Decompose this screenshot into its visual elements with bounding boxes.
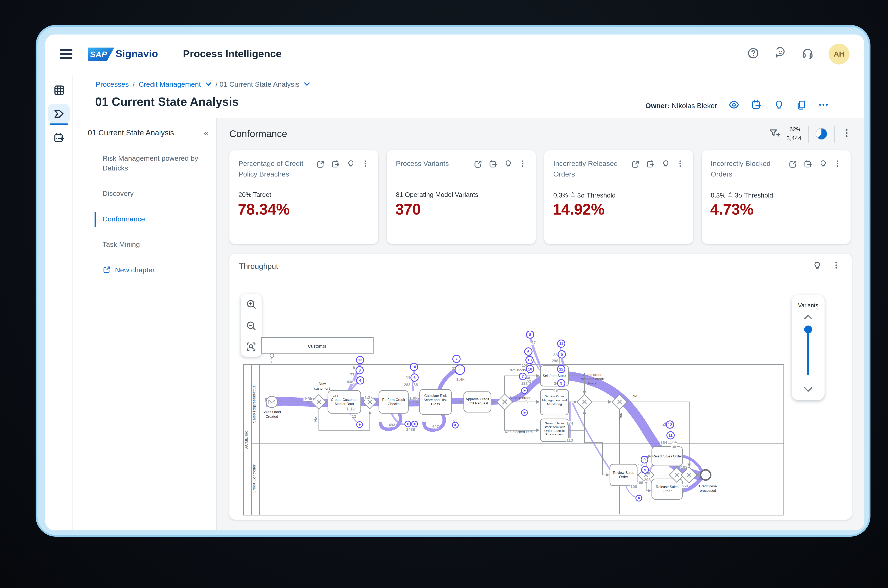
sap-signavio-logo[interactable]: SAP Signavio xyxy=(88,47,158,61)
kebab-menu-icon[interactable] xyxy=(834,160,841,170)
branch-item-stocked: Item stocked xyxy=(509,368,529,372)
variant-badge[interactable]: 4 xyxy=(359,378,361,382)
calendar-export-icon[interactable] xyxy=(751,99,762,112)
pool-customer-label: Customer xyxy=(308,344,326,348)
variants-slider[interactable] xyxy=(804,324,812,383)
lane-credit-controller-label: Credit Controller xyxy=(252,464,256,493)
export-icon[interactable] xyxy=(631,160,640,171)
nav-item-discovery[interactable]: Discovery xyxy=(102,185,209,202)
avatar[interactable]: AH xyxy=(828,44,849,64)
calendar-export-icon[interactable] xyxy=(646,160,655,171)
breadcrumb-processes[interactable]: Processes xyxy=(96,81,129,88)
kpi-card-process-variants[interactable]: Process Variants 81 Operating Model Vari… xyxy=(387,150,536,244)
main-panel: Conformance 62% 3,444 xyxy=(217,118,864,530)
breadcrumb-current: / 01 Current State Analysis xyxy=(215,81,299,88)
rail-calendar-icon[interactable] xyxy=(48,128,69,147)
chevron-down-icon[interactable] xyxy=(303,81,310,87)
export-icon[interactable] xyxy=(788,160,798,171)
nav-item-conformance[interactable]: Conformance xyxy=(102,210,209,228)
variant-badge[interactable]: 13 xyxy=(358,358,362,362)
edge-count: 48 xyxy=(553,388,558,393)
lightbulb-icon[interactable] xyxy=(819,160,828,171)
variant-badge[interactable]: 13 xyxy=(527,358,532,362)
kpi-card-incorrectly-released[interactable]: Incorrectly Released Orders 0.3% ≜ 3σ Th… xyxy=(544,150,693,244)
kebab-menu-icon[interactable] xyxy=(676,160,684,170)
new-chapter-button[interactable]: New chapter xyxy=(102,266,209,274)
nav-item-task-mining[interactable]: Task Mining xyxy=(102,236,209,253)
task-label: Approve CreditLimit Request xyxy=(466,397,489,405)
edge-count: 77 xyxy=(531,340,536,345)
variants-slider-thumb[interactable] xyxy=(804,326,812,333)
menu-icon[interactable] xyxy=(60,47,73,61)
kpi-value: 78.34% xyxy=(238,201,290,219)
variant-badge[interactable]: 9 xyxy=(560,381,562,386)
edge-count: 113 xyxy=(521,381,528,386)
variant-badge[interactable]: 8 xyxy=(529,333,531,337)
lightbulb-icon[interactable] xyxy=(347,160,355,171)
task-calculate-risk[interactable] xyxy=(419,389,451,414)
rail-grid-icon[interactable] xyxy=(48,81,69,100)
breadcrumb-credit-management[interactable]: Credit Management xyxy=(139,81,201,88)
rail-process-intelligence-icon[interactable] xyxy=(48,104,69,123)
throughput-title: Throughput xyxy=(239,262,278,271)
export-icon[interactable] xyxy=(316,160,325,171)
copy-icon[interactable] xyxy=(796,99,807,112)
edge-count: 113 xyxy=(566,438,573,442)
variant-badge[interactable]: 10 xyxy=(528,367,532,371)
nav-item-risk-management[interactable]: Risk Management powered by Datricks xyxy=(102,150,199,177)
task-label: Sales of Non-Stock Item withOrder-Specif… xyxy=(544,422,565,436)
feedback-icon[interactable] xyxy=(774,47,787,62)
variant-badge[interactable]: 7 xyxy=(455,357,457,361)
export-icon[interactable] xyxy=(473,160,482,171)
variant-badge[interactable]: 10 xyxy=(412,365,416,369)
lightbulb-icon[interactable] xyxy=(813,261,822,272)
left-rail xyxy=(45,75,73,530)
variant-badge[interactable]: 6 xyxy=(527,350,529,354)
calendar-export-icon[interactable] xyxy=(804,160,813,171)
kpi-subtitle: 20% Target xyxy=(238,191,271,198)
variant-badge[interactable]: 9 xyxy=(643,458,645,462)
lightbulb-icon[interactable] xyxy=(504,160,512,171)
variant-badge[interactable]: 5 xyxy=(561,352,563,357)
headset-icon[interactable] xyxy=(801,47,814,62)
chevron-down-icon[interactable] xyxy=(205,81,212,87)
calendar-export-icon[interactable] xyxy=(331,160,341,171)
variant-badge[interactable]: 11 xyxy=(559,341,563,346)
kpi-title: Incorrectly Blocked Orders xyxy=(711,158,788,180)
variant-badge[interactable]: 5 xyxy=(644,468,646,472)
process-diagram[interactable]: Customer ACME Inc xyxy=(243,331,786,519)
chevron-down-icon[interactable] xyxy=(804,384,813,394)
variant-badge[interactable]: 1 xyxy=(459,368,461,372)
collapse-panel-icon[interactable]: « xyxy=(204,128,209,137)
edge-count: 12 xyxy=(352,414,356,418)
breadcrumb-separator: / xyxy=(133,81,135,88)
variant-badge[interactable]: 8 xyxy=(359,368,361,372)
variant-badge[interactable]: 12 xyxy=(668,423,672,427)
more-actions-icon[interactable] xyxy=(818,99,829,112)
kebab-menu-icon[interactable] xyxy=(832,261,840,272)
edge-count: 174 xyxy=(566,421,573,425)
calendar-export-icon[interactable] xyxy=(489,160,498,171)
chevron-up-icon[interactable] xyxy=(804,312,813,322)
kebab-menu-icon[interactable] xyxy=(841,128,852,140)
help-icon[interactable] xyxy=(747,47,759,62)
kebab-menu-icon[interactable] xyxy=(519,160,527,170)
kpi-title: Percentage of Credit Policy Breaches xyxy=(238,158,316,180)
variant-badge[interactable]: 6 xyxy=(413,375,416,380)
variant-badge[interactable]: 7 xyxy=(522,374,524,379)
edge-count: 438 xyxy=(347,380,353,384)
coverage-pie-icon[interactable] xyxy=(816,128,828,140)
visibility-icon[interactable] xyxy=(728,99,739,112)
variant-badge[interactable]: 11 xyxy=(669,433,673,438)
kpi-card-incorrectly-blocked[interactable]: Incorrectly Blocked Orders 0.3% ≜ 3σ Thr… xyxy=(702,150,850,244)
edge-count: 1.3k xyxy=(364,395,373,400)
lightbulb-icon[interactable] xyxy=(774,99,784,112)
add-filter-icon[interactable] xyxy=(768,127,780,141)
variant-badge[interactable]: 12 xyxy=(559,367,563,371)
kebab-menu-icon[interactable] xyxy=(361,160,369,170)
end-event[interactable] xyxy=(700,470,711,480)
start-event[interactable] xyxy=(266,396,278,408)
zoom-in-icon[interactable] xyxy=(241,294,262,315)
lightbulb-icon[interactable] xyxy=(661,160,670,171)
kpi-card-policy-breaches[interactable]: Percentage of Credit Policy Breaches 20%… xyxy=(230,150,379,244)
